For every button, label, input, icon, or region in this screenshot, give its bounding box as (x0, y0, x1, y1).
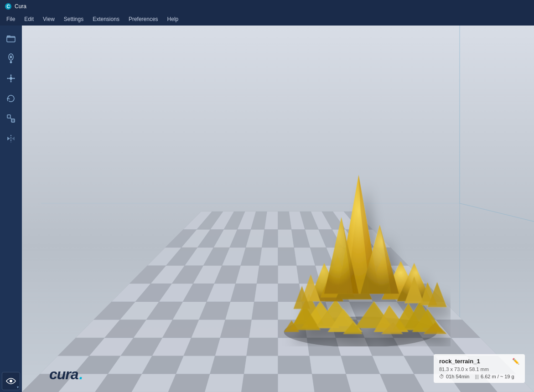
svg-point-9 (10, 380, 12, 382)
menu-settings[interactable]: Settings (59, 14, 88, 24)
svg-text:C: C (6, 4, 10, 9)
svg-rect-8 (11, 119, 15, 122)
mirror-tool-button[interactable] (2, 129, 20, 148)
model-name: rock_terrain_1 (439, 358, 480, 365)
menu-help[interactable]: Help (163, 14, 183, 24)
cura-logo: cura . (49, 366, 83, 383)
print-time: 01h 54min (446, 374, 469, 379)
menu-file[interactable]: File (2, 14, 20, 24)
open-file-button[interactable] (2, 29, 20, 47)
view-mode-button[interactable] (2, 372, 20, 390)
toolbar (0, 26, 22, 392)
menubar: File Edit View Settings Extensions Prefe… (0, 13, 534, 26)
rotate-tool-button[interactable] (2, 89, 20, 108)
time-icon: ⏱ (439, 374, 444, 379)
filament-icon: ||| (475, 374, 479, 379)
svg-point-5 (10, 56, 12, 58)
app-title: Cura (15, 3, 26, 10)
3d-viewport[interactable]: rock_terrain_1 ✏️ 81.3 x 73.0 x 58.1 mm … (22, 26, 534, 392)
app-icon: C (5, 3, 12, 10)
select-tool-button[interactable] (2, 49, 20, 67)
model-info-panel: rock_terrain_1 ✏️ 81.3 x 73.0 x 58.1 mm … (434, 354, 525, 383)
edit-name-button[interactable]: ✏️ (512, 358, 519, 365)
move-tool-button[interactable] (2, 69, 20, 88)
logo-text: cura (49, 366, 78, 383)
svg-point-6 (10, 77, 12, 80)
svg-rect-7 (7, 115, 10, 118)
menu-extensions[interactable]: Extensions (88, 14, 124, 24)
scale-tool-button[interactable] (2, 109, 20, 128)
logo-dot: . (79, 366, 83, 383)
menu-edit[interactable]: Edit (20, 14, 38, 24)
menu-preferences[interactable]: Preferences (124, 14, 163, 24)
rock-terrain-model (259, 141, 451, 346)
filament-usage: 6.62 m / ~ 19 g (481, 374, 514, 379)
model-dimensions: 81.3 x 73.0 x 58.1 mm (439, 366, 519, 372)
titlebar: C Cura (0, 0, 534, 13)
menu-view[interactable]: View (38, 14, 59, 24)
